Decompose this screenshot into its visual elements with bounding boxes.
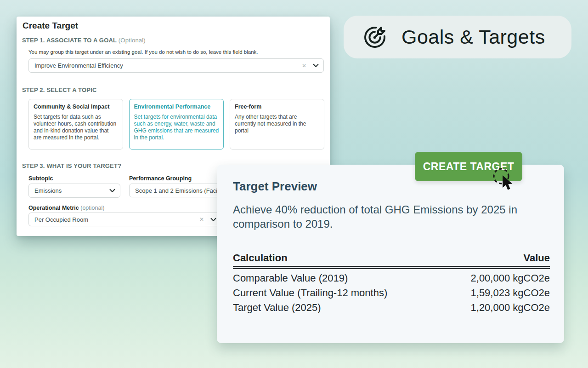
calculation-cell: Current Value (Trailing-12 months): [233, 286, 387, 300]
operational-metric-select[interactable]: Per Occupied Room ✕: [28, 213, 221, 226]
clear-x-icon[interactable]: ✕: [199, 216, 204, 223]
table-row: Current Value (Trailing-12 months) 1,59,…: [233, 286, 550, 300]
calculation-cell: Target Value (2025): [233, 300, 321, 315]
value-cell: 1,20,000 kgCO2e: [471, 300, 550, 315]
value-cell: 2,00,000 kgCO2e: [471, 271, 550, 286]
topic-card-free-form[interactable]: Free-form Any other targets that are cur…: [230, 99, 324, 150]
cursor-pointer-icon: [502, 175, 514, 191]
table-row: Target Value (2025) 1,20,000 kgCO2e: [233, 300, 550, 315]
table-row: Comparable Value (2019) 2,00,000 kgCO2e: [233, 271, 550, 286]
topic-title: Environmental Performance: [134, 104, 219, 110]
calculation-cell: Comparable Value (2019): [233, 271, 348, 286]
clear-x-icon[interactable]: ✕: [302, 63, 306, 69]
header-double-rule: [233, 266, 550, 269]
subtopic-select[interactable]: Emissions: [28, 184, 120, 198]
target-preview-title: Target Preview: [233, 179, 317, 194]
topic-options: Community & Social Impact Set targets fo…: [28, 99, 324, 150]
step3-heading: STEP 3. WHAT IS YOUR TARGET?: [22, 162, 121, 169]
topic-card-community-social-impact[interactable]: Community & Social Impact Set targets fo…: [28, 99, 123, 150]
topic-title: Community & Social Impact: [34, 104, 118, 110]
target-preview-card: Target Preview Achieve 40% reduction of …: [217, 165, 564, 343]
chevron-down-icon[interactable]: [109, 189, 115, 193]
subtopic-label: Subtopic: [28, 175, 53, 182]
operational-metric-select-value: Per Occupied Room: [34, 216, 196, 223]
topic-description: Set targets for environmental data such …: [134, 114, 219, 141]
topic-description: Any other targets that are currently not…: [235, 114, 319, 134]
goal-select-value: Improve Environmental Efficiency: [34, 62, 298, 69]
form-title: Create Target: [23, 21, 78, 31]
step1-optional-suffix: (Optional): [119, 37, 146, 44]
chevron-down-icon[interactable]: [313, 63, 319, 68]
table-header-row: Calculation Value: [233, 251, 550, 265]
step1-helper-text: You may group this target under an exist…: [28, 49, 258, 55]
topic-title: Free-form: [235, 104, 319, 110]
step1-heading: STEP 1. ASSOCIATE TO A GOAL (Optional): [22, 37, 146, 44]
subtopic-select-value: Emissions: [34, 187, 109, 194]
goals-targets-badge: Goals & Targets: [344, 16, 571, 58]
target-arrow-icon: [362, 24, 388, 50]
value-header: Value: [524, 251, 550, 265]
operational-metric-label: Operational Metric (optional): [28, 205, 104, 211]
performance-grouping-label: Performance Grouping: [129, 175, 192, 182]
goals-targets-title: Goals & Targets: [401, 26, 545, 48]
topic-description: Set targets for data such as volunteer h…: [34, 114, 118, 141]
value-cell: 1,59,023 kgCO2e: [471, 286, 550, 300]
goal-select[interactable]: Improve Environmental Efficiency ✕: [28, 58, 324, 73]
topic-card-environmental-performance[interactable]: Environmental Performance Set targets fo…: [129, 99, 224, 150]
target-preview-summary: Achieve 40% reduction of total GHG Emiss…: [233, 202, 538, 231]
calculation-table: Calculation Value Comparable Value (2019…: [233, 251, 550, 315]
step2-heading: STEP 2. SELECT A TOPIC: [22, 86, 97, 93]
chevron-down-icon[interactable]: [210, 218, 216, 222]
calculation-header: Calculation: [233, 251, 288, 265]
